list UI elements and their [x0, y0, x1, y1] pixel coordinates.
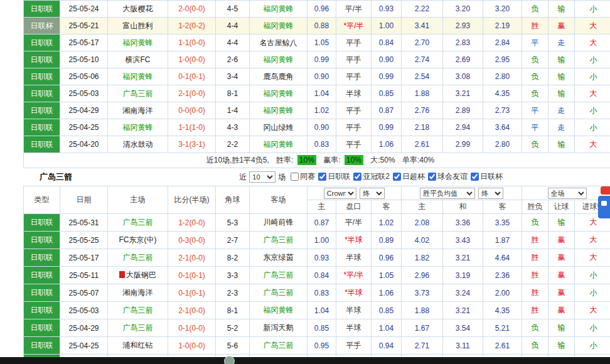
handicap-cell: *半球 — [336, 232, 372, 249]
handicap-cell: 平/半 — [336, 214, 372, 232]
home-team-link[interactable]: 福冈黄蜂 — [108, 35, 168, 51]
home-team-link[interactable]: 富山胜利 — [108, 18, 168, 35]
scope-select[interactable]: 全场 — [548, 188, 587, 199]
home-team-link[interactable]: 湘南海洋 — [108, 284, 168, 302]
home-team-link[interactable]: 横滨FC — [108, 51, 168, 68]
league-filter[interactable]: 同赛 — [291, 171, 315, 182]
date-cell: 25-04-20 — [60, 136, 108, 153]
filter-checkbox[interactable] — [393, 173, 401, 181]
handicap-cell: 半球 — [336, 249, 372, 267]
home-team-link[interactable]: 福冈黄蜂 — [108, 68, 168, 85]
eu-away-odds: 3.35 — [483, 214, 522, 232]
goals-result: 小 — [575, 119, 610, 136]
score-link[interactable]: 0-3(0-0) — [168, 232, 216, 249]
score-link[interactable]: 2-1(0-0) — [168, 249, 216, 267]
score-link[interactable]: 3-1(3-1) — [168, 136, 216, 153]
score-link[interactable]: 0-1(0-0) — [168, 319, 216, 337]
home-team-link[interactable]: 广岛三箭 — [108, 85, 168, 102]
col-eu-away: 客 — [483, 200, 522, 214]
euro-source-select[interactable]: 胜平负均值 — [420, 188, 475, 199]
away-team-link[interactable]: 福冈黄蜂 — [250, 1, 308, 18]
eu-draw-odds: 2.83 — [443, 35, 483, 51]
league-filter[interactable]: 日职联 — [318, 171, 350, 182]
league-filter[interactable]: 球会友谊 — [428, 171, 468, 182]
col-home: 主场 — [108, 186, 168, 214]
away-team-link[interactable]: 福冈黄蜂 — [250, 18, 308, 35]
eu-home-odds: 2.74 — [402, 51, 443, 68]
odds-source-select[interactable]: Crown — [324, 188, 356, 199]
corner-cell: 1-4 — [216, 102, 250, 119]
away-team-link[interactable]: 广岛三箭 — [250, 267, 308, 284]
chat-bubble-icon — [601, 201, 607, 206]
home-team-link[interactable]: 浦和红钻 — [108, 337, 168, 355]
filter-checkbox[interactable] — [353, 173, 361, 181]
away-team-link[interactable]: 东京绿茵 — [250, 249, 308, 267]
footer-logo-icon[interactable] — [224, 356, 235, 364]
away-team-link[interactable]: 川崎前锋 — [250, 214, 308, 232]
away-team-link[interactable]: 鹿岛鹿角 — [250, 68, 308, 85]
col-ah-line: 盘口 — [336, 200, 372, 214]
wdl-result: 负 — [522, 51, 548, 68]
eu-away-odds: 2.61 — [483, 337, 522, 355]
home-team-link[interactable]: 广岛三箭 — [108, 319, 168, 337]
section-title: 广岛三箭 — [40, 171, 72, 183]
score-link[interactable]: 1-2(0-0) — [168, 214, 216, 232]
away-team-link[interactable]: 冈山绿雉 — [250, 119, 308, 136]
ah-away-odds: 0.99 — [372, 68, 402, 85]
away-team-link[interactable]: 名古屋鲸八 — [250, 35, 308, 51]
away-team-link[interactable]: 广岛三箭 — [250, 284, 308, 302]
wdl-result: 胜 — [522, 232, 548, 249]
away-team-link[interactable]: 福冈黄蜂 — [250, 136, 308, 153]
away-team-link[interactable]: 福冈黄蜂 — [250, 102, 308, 119]
score-link[interactable]: 1-1(0-0) — [168, 35, 216, 51]
filter-checkbox[interactable] — [471, 173, 479, 181]
league-filter[interactable]: 日联杯 — [471, 171, 503, 182]
score-link[interactable]: 0-0(0-0) — [168, 102, 216, 119]
filter-checkbox[interactable] — [318, 173, 326, 181]
away-team-link[interactable]: 福冈黄蜂 — [250, 85, 308, 102]
col-let: 让球 — [548, 200, 575, 214]
home-team-link[interactable]: 广岛三箭 — [108, 214, 168, 232]
home-team-link[interactable]: 大阪钢巴 — [108, 267, 168, 284]
date-cell: 25-05-31 — [60, 214, 108, 232]
eu-draw-odds: 3.21 — [443, 249, 483, 267]
away-team-link[interactable]: 广岛三箭 — [250, 337, 308, 355]
score-link[interactable]: 0-1(0-1) — [168, 267, 216, 284]
away-team-link[interactable]: 福冈黄蜂 — [250, 302, 308, 319]
score-link[interactable]: 1-1(1-0) — [168, 119, 216, 136]
score-link[interactable]: 2-1(0-0) — [168, 302, 216, 319]
eu-draw-odds: 3.43 — [443, 232, 483, 249]
home-team-link[interactable]: 湘南海洋 — [108, 102, 168, 119]
filter-checkbox[interactable] — [428, 173, 436, 181]
league-badge: 日职联 — [24, 136, 60, 153]
ah-home-odds: 0.83 — [308, 136, 336, 153]
home-team-link[interactable]: 广岛三箭 — [108, 302, 168, 319]
away-team-link[interactable]: 新泻天鹅 — [250, 319, 308, 337]
home-team-link[interactable]: 福冈黄蜂 — [108, 119, 168, 136]
euro-final-select[interactable]: 终 — [478, 188, 503, 199]
score-link[interactable]: 1-0(0-0) — [168, 337, 216, 355]
score-link[interactable]: 2-1(0-0) — [168, 85, 216, 102]
score-link[interactable]: 2-0(0-0) — [168, 1, 216, 18]
home-team-link[interactable]: FC东京(中) — [108, 232, 168, 249]
filter-label: 同赛 — [300, 171, 315, 182]
league-filter[interactable]: 亚冠联2 — [353, 171, 390, 182]
score-link[interactable]: 0-1(0-1) — [168, 68, 216, 85]
eu-home-odds: 2.76 — [402, 102, 443, 119]
away-team-link[interactable]: 福冈黄蜂 — [250, 51, 308, 68]
home-team-link[interactable]: 清水鼓动 — [108, 136, 168, 153]
wdl-result: 负 — [522, 319, 548, 337]
score-link[interactable]: 0-1(0-1) — [168, 284, 216, 302]
match-count-select[interactable]: 10 — [249, 171, 276, 183]
home-team-link[interactable]: 广岛三箭 — [108, 249, 168, 267]
filter-checkbox[interactable] — [291, 173, 299, 181]
asian-final-select[interactable]: 终 — [360, 188, 385, 199]
score-link[interactable]: 1-0(0-0) — [168, 51, 216, 68]
eu-away-odds: 3.20 — [483, 1, 522, 18]
eu-draw-odds: 2.69 — [443, 51, 483, 68]
score-link[interactable]: 1-2(0-2) — [168, 18, 216, 35]
away-team-link[interactable]: 广岛三箭 — [250, 232, 308, 249]
home-team-link[interactable]: 大阪樱花 — [108, 1, 168, 18]
customer-service-button[interactable] — [598, 196, 610, 218]
league-filter[interactable]: 日超杯 — [393, 171, 425, 182]
